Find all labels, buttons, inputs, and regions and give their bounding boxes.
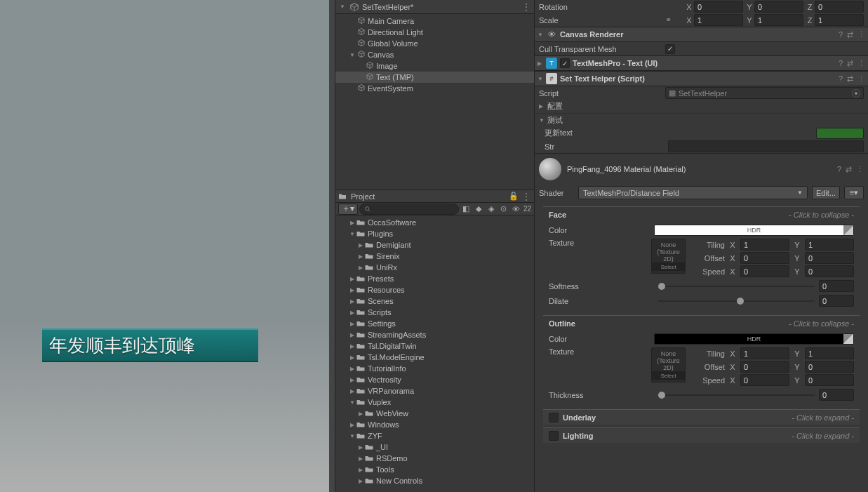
expand-icon[interactable]: ▶ [348,377,356,383]
scene-text-mesh[interactable]: 年发顺丰到达顶峰 [42,328,258,362]
lock-icon[interactable]: 🔓 [509,192,519,201]
expand-icon[interactable]: ▶ [348,298,356,305]
softness-slider[interactable] [658,286,815,287]
config-foldout[interactable]: ▶ 配置 [535,100,868,113]
face-tiling-y[interactable] [805,239,854,251]
preset-icon[interactable]: ⇄ [847,74,853,84]
expand-hint[interactable]: - Click to expand - [792,432,854,440]
expand-icon[interactable]: ▶ [356,478,365,484]
expand-icon[interactable]: ▶ [348,276,356,282]
expand-icon[interactable]: ▶ [348,310,356,316]
canvas-renderer-header[interactable]: ▼ 👁 Canvas Renderer ?⇄⋮ [535,27,868,42]
project-item[interactable]: ▶Presets [335,273,534,284]
expand-icon[interactable]: ▼ [348,231,356,237]
scale-z-field[interactable] [815,14,864,26]
expand-icon[interactable]: ▶ [348,366,356,372]
textmeshpro-header[interactable]: ▶ T TextMeshPro - Text (UI) ?⇄⋮ [535,55,868,71]
project-item[interactable]: ▶New Controls [335,475,534,486]
preset-icon[interactable]: ⇄ [846,165,852,174]
expand-icon[interactable]: ▼ [538,76,546,82]
expand-icon[interactable]: ▶ [348,321,356,327]
update-button[interactable] [816,128,864,139]
menu-icon[interactable]: ⋮ [857,59,865,68]
menu-icon[interactable]: ⋮ [857,74,865,84]
collapse-hint[interactable]: - Click to collapse - [789,319,854,328]
hierarchy-item[interactable]: ▼Canvas [335,49,534,60]
face-speed-y[interactable] [805,265,854,277]
expand-icon[interactable]: ▶ [539,103,547,109]
test-foldout[interactable]: ▼ 测试 [535,113,868,126]
softness-value[interactable]: 0 [819,280,854,292]
face-tiling-x[interactable] [740,239,789,251]
object-picker-icon[interactable] [852,89,860,98]
project-item[interactable]: ▶Vectrosity [335,374,534,385]
expand-icon[interactable]: ▶ [348,343,356,350]
expand-icon[interactable]: ▶ [348,354,356,361]
project-item[interactable]: ▶Scripts [335,307,534,318]
hierarchy-item[interactable]: Global Volume [335,38,534,49]
hierarchy-item[interactable]: Main Camera [335,15,534,27]
expand-icon[interactable]: ▶ [356,242,365,248]
rotation-z-field[interactable] [815,1,864,13]
help-icon[interactable]: ? [839,59,843,68]
save-search-icon[interactable]: ⊙ [498,204,509,215]
help-icon[interactable]: ? [839,74,843,84]
cull-checkbox[interactable] [665,44,675,54]
lighting-section[interactable]: Lighting - Click to expand - [543,427,860,443]
project-item[interactable]: ▶Tsl.DigitalTwin [335,340,534,352]
project-item[interactable]: ▶StreamingAssets [335,329,534,340]
menu-icon[interactable]: ⋮ [521,1,531,13]
project-item[interactable]: ▼Plugins [335,228,534,239]
outline-speed-y[interactable] [805,374,854,386]
menu-icon[interactable]: ⋮ [856,165,864,174]
underlay-section[interactable]: Underlay - Click to expand - [543,409,860,425]
expand-icon[interactable]: ▼ [348,399,356,406]
expand-icon[interactable]: ▶ [348,332,356,338]
expand-icon[interactable]: ▶ [348,422,356,428]
enable-checkbox[interactable] [560,58,570,68]
add-button[interactable]: ＋▾ [338,204,358,215]
texture-select-button[interactable]: Select [652,371,685,380]
expand-icon[interactable]: ▼ [348,52,356,58]
search-input[interactable] [359,204,459,215]
project-item[interactable]: ▼ZYF [335,430,534,441]
rotation-x-field[interactable] [694,1,743,13]
project-item[interactable]: ▶Settings [335,318,534,329]
scale-x-field[interactable] [694,14,743,26]
face-texture-slot[interactable]: None (Texture 2D) Select [651,239,686,274]
filter-icon[interactable]: ◧ [460,204,472,215]
preset-icon[interactable]: ⇄ [847,59,853,68]
project-item[interactable]: ▶Windows [335,419,534,430]
expand-icon[interactable]: ▶ [356,467,365,473]
project-item[interactable]: ▶Tsl.ModelEngine [335,352,534,363]
project-item[interactable]: ▶RSDemo [335,453,534,464]
project-item[interactable]: ▶WebView [335,408,534,419]
project-item[interactable]: ▶Tools [335,464,534,475]
expand-icon[interactable]: ▼ [538,32,546,38]
hidden-icon[interactable]: 👁 [511,204,522,215]
expand-icon[interactable]: ▶ [356,456,365,462]
project-item[interactable]: ▶_UI [335,441,534,453]
outline-offset-y[interactable] [805,361,854,373]
face-offset-x[interactable] [740,252,789,264]
thickness-slider[interactable] [658,394,815,396]
outline-section-header[interactable]: Outline - Click to collapse - [543,315,860,331]
expand-icon[interactable]: ▶ [356,265,365,271]
outline-color-swatch[interactable]: HDR [654,333,854,345]
help-icon[interactable]: ? [837,165,841,174]
texture-select-button[interactable]: Select [652,262,685,271]
script-field[interactable]: ▦ SetTextHelper [665,87,864,99]
outline-tiling-y[interactable] [805,347,854,359]
shader-dropdown[interactable]: TextMeshPro/Distance Field ▼ [578,186,808,199]
hierarchy-item[interactable]: Image [335,60,534,72]
hierarchy-item[interactable]: EventSystem [335,83,534,94]
constrain-proportions-icon[interactable]: ⚭ [665,15,672,25]
underlay-checkbox[interactable] [549,413,559,423]
project-item[interactable]: ▶VRPanorama [335,385,534,397]
expand-icon[interactable]: ▼ [539,117,547,124]
expand-icon[interactable]: ▶ [538,60,546,67]
expand-icon[interactable]: ▶ [348,220,356,226]
type-filter-icon[interactable]: ◆ [473,204,484,215]
face-offset-y[interactable] [805,252,854,264]
preset-icon[interactable]: ⇄ [847,30,853,39]
